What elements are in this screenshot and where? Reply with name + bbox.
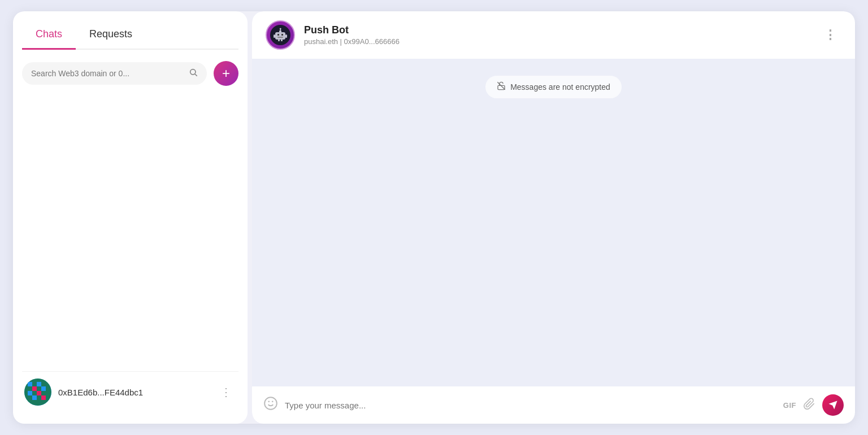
svg-rect-16: [32, 395, 37, 400]
left-panel: Chats Requests +: [13, 11, 248, 424]
svg-rect-9: [37, 386, 41, 391]
svg-rect-8: [32, 386, 37, 391]
svg-rect-21: [281, 34, 283, 36]
svg-rect-27: [285, 34, 287, 38]
chat-input-bar: GIF: [252, 386, 855, 424]
svg-rect-11: [28, 391, 32, 395]
bottom-user-bar: 0xB1Ed6b...FE44dbc1 ⋮: [22, 371, 238, 412]
svg-rect-26: [274, 34, 275, 38]
svg-rect-23: [279, 31, 281, 33]
bot-avatar-inner: [270, 25, 290, 45]
app-container: Chats Requests +: [13, 11, 855, 424]
svg-rect-19: [275, 32, 285, 40]
svg-rect-10: [41, 386, 46, 391]
lock-off-icon: [497, 81, 506, 93]
svg-line-1: [195, 74, 197, 76]
search-input[interactable]: [31, 69, 184, 78]
right-panel: Push Bot pushai.eth | 0x99A0...666666 ⋮ …: [252, 11, 855, 424]
send-button[interactable]: [822, 394, 844, 416]
chat-subtitle: pushai.eth | 0x99A0...666666: [304, 37, 810, 46]
svg-point-0: [190, 69, 196, 75]
svg-rect-17: [37, 395, 41, 400]
svg-rect-29: [281, 40, 283, 41]
chat-header-info: Push Bot pushai.eth | 0x99A0...666666: [304, 24, 810, 46]
chat-name: Push Bot: [304, 24, 810, 36]
emoji-button[interactable]: [263, 396, 278, 414]
chat-options-button[interactable]: ⋮: [819, 25, 841, 45]
search-icon: [189, 68, 198, 79]
search-row: +: [22, 61, 238, 86]
encryption-text: Messages are not encrypted: [510, 82, 610, 92]
user-address: 0xB1Ed6b...FE44dbc1: [58, 388, 209, 397]
svg-rect-6: [41, 382, 46, 386]
add-chat-button[interactable]: +: [214, 61, 238, 86]
message-input[interactable]: [285, 401, 776, 410]
bot-avatar: [266, 20, 295, 50]
svg-rect-4: [32, 382, 37, 386]
tab-chats[interactable]: Chats: [22, 23, 76, 50]
tabs: Chats Requests: [22, 23, 238, 50]
svg-rect-22: [277, 37, 283, 38]
svg-point-25: [280, 28, 281, 30]
svg-rect-28: [278, 40, 280, 41]
svg-rect-12: [32, 391, 37, 395]
tab-requests[interactable]: Requests: [76, 23, 146, 50]
svg-rect-13: [37, 391, 41, 395]
chat-list: [22, 95, 238, 371]
svg-rect-20: [277, 34, 279, 36]
attach-button[interactable]: [803, 398, 815, 413]
encryption-notice: Messages are not encrypted: [485, 76, 622, 98]
chat-header: Push Bot pushai.eth | 0x99A0...666666 ⋮: [252, 11, 855, 59]
user-menu-button[interactable]: ⋮: [216, 383, 236, 401]
gif-button[interactable]: GIF: [783, 401, 796, 410]
svg-rect-15: [28, 395, 32, 400]
avatar: [24, 379, 51, 406]
svg-rect-14: [41, 391, 46, 395]
search-box: [22, 62, 207, 85]
svg-rect-3: [28, 382, 32, 386]
chat-body: Messages are not encrypted: [252, 59, 855, 386]
svg-rect-5: [37, 382, 41, 386]
svg-point-32: [264, 397, 277, 410]
svg-rect-7: [28, 386, 32, 391]
svg-rect-18: [41, 395, 46, 400]
